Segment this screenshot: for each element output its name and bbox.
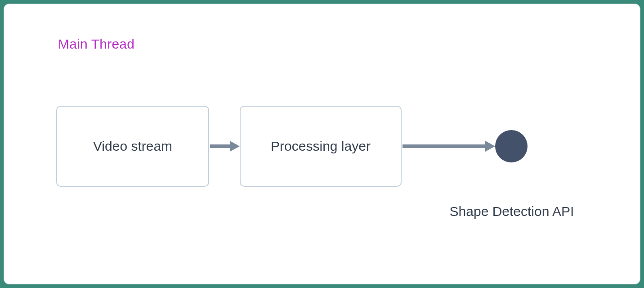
svg-marker-3 bbox=[485, 141, 495, 152]
arrow-video-to-processing bbox=[209, 139, 240, 153]
diagram-title: Main Thread bbox=[58, 36, 134, 52]
diagram-canvas: Main Thread Video stream Processing laye… bbox=[4, 4, 640, 284]
node-video-stream: Video stream bbox=[56, 106, 209, 187]
node-processing-layer: Processing layer bbox=[240, 106, 402, 187]
svg-marker-1 bbox=[230, 141, 240, 152]
node-label: Video stream bbox=[93, 139, 172, 154]
node-label: Processing layer bbox=[271, 139, 371, 154]
node-shape-detection-api-label: Shape Detection API bbox=[442, 204, 581, 219]
arrow-processing-to-api bbox=[402, 139, 495, 153]
node-shape-detection-api bbox=[495, 130, 528, 162]
